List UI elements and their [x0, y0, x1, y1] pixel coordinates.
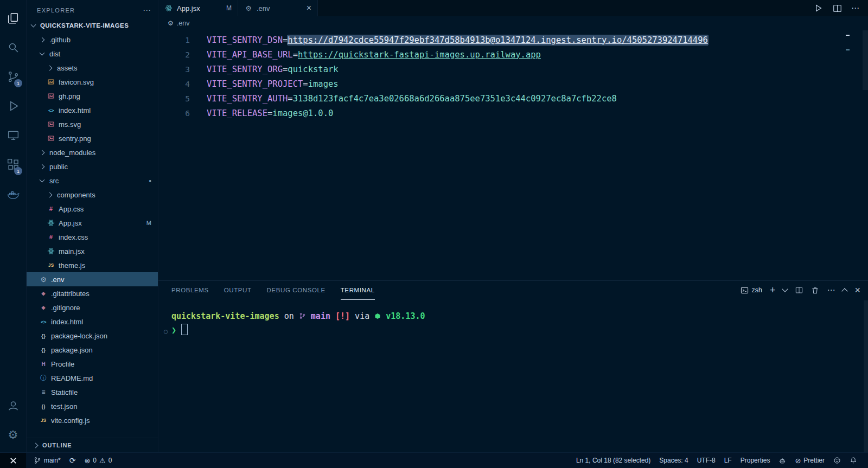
tree-item[interactable]: sentry.png [27, 131, 158, 145]
tree-item[interactable]: dist [27, 47, 158, 61]
gear-icon: ⚙ [39, 275, 48, 284]
chevron-up-icon[interactable] [843, 287, 847, 293]
remote-explorer-view-button[interactable] [0, 120, 26, 150]
gear-icon: ⚙ [8, 429, 18, 440]
remote-indicator[interactable] [0, 453, 26, 468]
tree-item[interactable]: ⓘREADME.md [27, 371, 158, 385]
tree-item-env-selected[interactable]: ⚙.env [27, 272, 158, 286]
editor-group: App.jsx M ⚙ .env × ⋯ ⚙ .env 1 [158, 0, 868, 452]
css-icon: # [47, 206, 55, 212]
eol-status[interactable]: LF [720, 453, 736, 468]
tree-item[interactable]: App.jsxM [27, 216, 158, 230]
monitor-icon [7, 129, 20, 142]
explorer-sidebar: EXPLORER ⋯ QUICKSTARK-VITE-IMAGES .githu… [27, 0, 158, 452]
chevron-right-icon [47, 192, 53, 197]
terminal-status-line: quickstark-vite-images on main [!] via v… [171, 309, 868, 323]
tab-problems[interactable]: PROBLEMS [171, 280, 209, 300]
vscode-window: 1 1 ⚙ EXPLORER ⋯ QUICKSTARK-VITE-IMAGES … [0, 0, 868, 468]
tree-item[interactable]: ms.svg [27, 117, 158, 131]
tab-terminal[interactable]: TERMINAL [341, 280, 375, 300]
tree-item[interactable]: ◆.gitignore [27, 300, 158, 315]
outline-section-header[interactable]: OUTLINE [27, 438, 158, 452]
close-icon[interactable]: × [307, 4, 311, 12]
close-panel-icon[interactable]: × [854, 285, 860, 295]
more-actions-icon[interactable]: ⋯ [827, 285, 835, 295]
more-actions-icon[interactable]: ⋯ [143, 5, 151, 15]
run-debug-view-button[interactable] [0, 91, 26, 120]
problems-status[interactable]: ⊗0⚠0 [80, 453, 116, 468]
breadcrumb[interactable]: ⚙ .env [158, 16, 868, 30]
tab-debug-console[interactable]: DEBUG CONSOLE [267, 280, 326, 300]
chevron-down-icon[interactable] [783, 289, 787, 291]
tree-item[interactable]: assets [27, 61, 158, 75]
tab-output[interactable]: OUTPUT [224, 280, 252, 300]
editor-scrollbar[interactable] [863, 30, 868, 90]
panel-scrollbar[interactable] [864, 300, 868, 452]
new-terminal-icon[interactable]: + [770, 285, 776, 295]
indentation-status[interactable]: Spaces: 4 [655, 453, 692, 468]
split-editor-icon[interactable] [832, 3, 843, 14]
editor[interactable]: 1VITE_SENTRY_DSN=https://d7942cdce55947f… [158, 30, 868, 280]
tree-item[interactable]: #App.css [27, 202, 158, 216]
tree-root-folder[interactable]: QUICKSTARK-VITE-IMAGES [27, 18, 158, 33]
chevron-down-icon [31, 22, 36, 28]
extensions-view-button[interactable]: 1 [0, 150, 26, 179]
tree-item[interactable]: <>index.html [27, 315, 158, 329]
account-button[interactable] [0, 390, 26, 420]
source-control-view-button[interactable]: 1 [0, 62, 26, 91]
modified-badge: M [226, 4, 232, 12]
bottom-panel: PROBLEMS OUTPUT DEBUG CONSOLE TERMINAL z… [158, 280, 868, 452]
encoding-status[interactable]: UTF-8 [693, 453, 720, 468]
css-icon: # [47, 234, 55, 240]
tree-item[interactable]: JSvite.config.js [27, 413, 158, 427]
run-icon[interactable] [813, 3, 824, 14]
sidebar-header: EXPLORER ⋯ [27, 0, 158, 18]
tree-item[interactable]: {}test.json [27, 399, 158, 413]
cursor-position-status[interactable]: Ln 1, Col 18 (82 selected) [572, 453, 655, 468]
docker-view-button[interactable] [0, 179, 26, 208]
tree-item[interactable]: node_modules [27, 145, 158, 159]
status-left: main* ⟳ ⊗0⚠0 [26, 453, 116, 468]
branch-status[interactable]: main* [29, 453, 65, 468]
tree-item[interactable]: ≡Staticfile [27, 385, 158, 399]
tree-item[interactable]: favicon.svg [27, 75, 158, 89]
tab-appjsx[interactable]: App.jsx M [158, 0, 238, 16]
language-mode-status[interactable]: Properties [736, 453, 775, 468]
main-area: 1 1 ⚙ EXPLORER ⋯ QUICKSTARK-VITE-IMAGES … [0, 0, 868, 452]
tree-item[interactable]: src● [27, 174, 158, 188]
settings-button[interactable]: ⚙ [0, 420, 26, 449]
sync-status[interactable]: ⟳ [65, 453, 80, 468]
tree-item[interactable]: {}package.json [27, 343, 158, 357]
chevron-right-icon [40, 150, 45, 155]
formatter-status[interactable]: ⊘Prettier [790, 453, 829, 468]
image-icon [47, 120, 55, 128]
notifications-status[interactable] [845, 453, 861, 468]
link-text: https://quickstark-fastapi-images.up.rai… [298, 50, 541, 60]
tree-item[interactable]: HProcfile [27, 357, 158, 371]
trash-icon[interactable] [811, 286, 819, 294]
feedback-status[interactable] [829, 453, 845, 468]
panel-header: PROBLEMS OUTPUT DEBUG CONSOLE TERMINAL z… [158, 280, 868, 300]
terminal-profile-button[interactable]: zsh [741, 286, 762, 294]
search-view-button[interactable] [0, 33, 26, 62]
branch-icon [299, 312, 306, 319]
tree-item[interactable]: JStheme.js [27, 258, 158, 272]
explorer-view-button[interactable] [0, 3, 26, 33]
tree-item[interactable]: {}package-lock.json [27, 329, 158, 343]
tree-item[interactable]: public [27, 159, 158, 174]
tree-item[interactable]: ◆.gitattributes [27, 286, 158, 300]
more-actions-icon[interactable]: ⋯ [851, 3, 860, 13]
terminal-content[interactable]: quickstark-vite-images on main [!] via v… [158, 300, 868, 452]
tree-item[interactable]: main.jsx [27, 244, 158, 258]
tree-item[interactable]: <>index.html [27, 103, 158, 117]
tree-item[interactable]: gh.png [27, 89, 158, 103]
tree-item[interactable]: .github [27, 33, 158, 47]
react-icon [47, 219, 55, 227]
feedback-smiley-icon [833, 457, 841, 464]
tab-env-active[interactable]: ⚙ .env × [238, 0, 318, 16]
react-icon [47, 247, 55, 255]
tree-item[interactable]: #index.css [27, 230, 158, 244]
tree-item[interactable]: components [27, 188, 158, 202]
split-terminal-icon[interactable] [795, 286, 803, 294]
extension-status[interactable] [774, 453, 790, 468]
